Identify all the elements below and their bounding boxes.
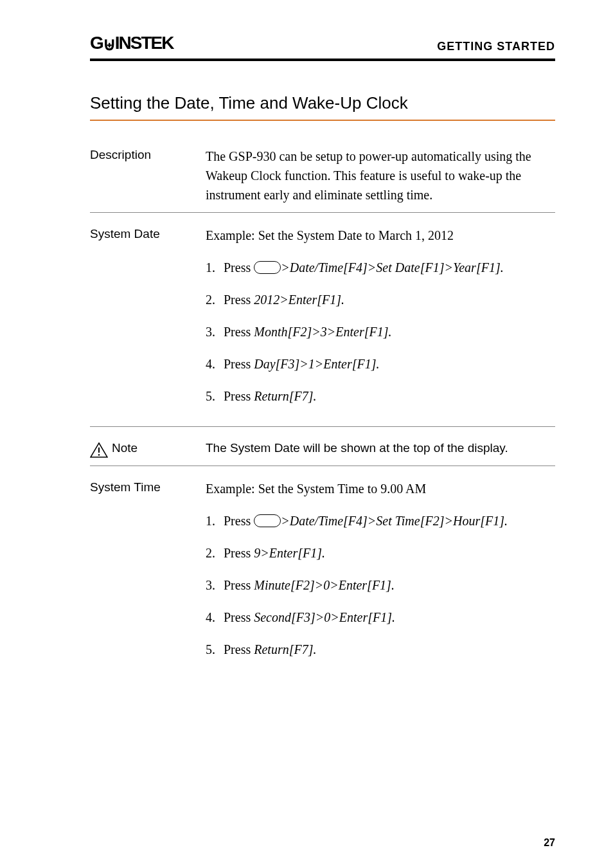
time-step-3: Press Minute[F2]>0>Enter[F1]. bbox=[206, 575, 555, 595]
key-oval-icon bbox=[254, 261, 281, 274]
step-4: Press Day[F3]>1>Enter[F1]. bbox=[206, 354, 555, 374]
note-label-text: Note bbox=[112, 441, 138, 455]
system-time-example: Example: Set the System Time to 9.00 AM bbox=[206, 479, 555, 498]
note-label-col: Note bbox=[90, 440, 206, 458]
time-step-1: Press >Date/Time[F4]>Set Time[F2]>Hour[F… bbox=[206, 511, 555, 530]
time-step-2: Press 9>Enter[F1]. bbox=[206, 543, 555, 563]
description-text: The GSP-930 can be setup to power-up aut… bbox=[206, 147, 555, 204]
page-number: 27 bbox=[544, 837, 555, 849]
time-step-5: Press Return[F7]. bbox=[206, 640, 555, 659]
system-date-example: Example: Set the System Date to March 1,… bbox=[206, 226, 555, 245]
svg-point-2 bbox=[98, 454, 100, 456]
step-3: Press Month[F2]>3>Enter[F1]. bbox=[206, 322, 555, 341]
system-time-steps: Press >Date/Time[F4]>Set Time[F2]>Hour[F… bbox=[206, 511, 555, 659]
system-time-label: System Time bbox=[90, 479, 206, 672]
header-section-label: GETTING STARTED bbox=[437, 40, 555, 53]
page-header: G⊎INSTEK GETTING STARTED bbox=[90, 32, 555, 61]
system-date-row: System Date Example: Set the System Date… bbox=[90, 226, 555, 427]
system-date-content: Example: Set the System Date to March 1,… bbox=[206, 226, 555, 419]
time-step-4: Press Second[F3]>0>Enter[F1]. bbox=[206, 608, 555, 627]
step-5: Press Return[F7]. bbox=[206, 386, 555, 406]
description-row: Description The GSP-930 can be setup to … bbox=[90, 147, 555, 213]
system-date-label: System Date bbox=[90, 226, 206, 419]
note-row: Note The System Date will be shown at th… bbox=[90, 440, 555, 466]
system-date-steps: Press >Date/Time[F4]>Set Date[F1]>Year[F… bbox=[206, 258, 555, 406]
section-title: Setting the Date, Time and Wake-Up Clock bbox=[90, 93, 555, 121]
system-time-content: Example: Set the System Time to 9.00 AM … bbox=[206, 479, 555, 672]
step-2: Press 2012>Enter[F1]. bbox=[206, 290, 555, 309]
step-1: Press >Date/Time[F4]>Set Date[F1]>Year[F… bbox=[206, 258, 555, 277]
logo-text: G⊎INSTEK bbox=[90, 33, 173, 54]
logo: G⊎INSTEK bbox=[90, 32, 173, 53]
key-oval-icon bbox=[254, 514, 281, 527]
note-text: The System Date will be shown at the top… bbox=[206, 440, 555, 458]
warning-triangle-icon bbox=[90, 442, 108, 458]
description-label: Description bbox=[90, 147, 206, 204]
system-time-row: System Time Example: Set the System Time… bbox=[90, 479, 555, 680]
